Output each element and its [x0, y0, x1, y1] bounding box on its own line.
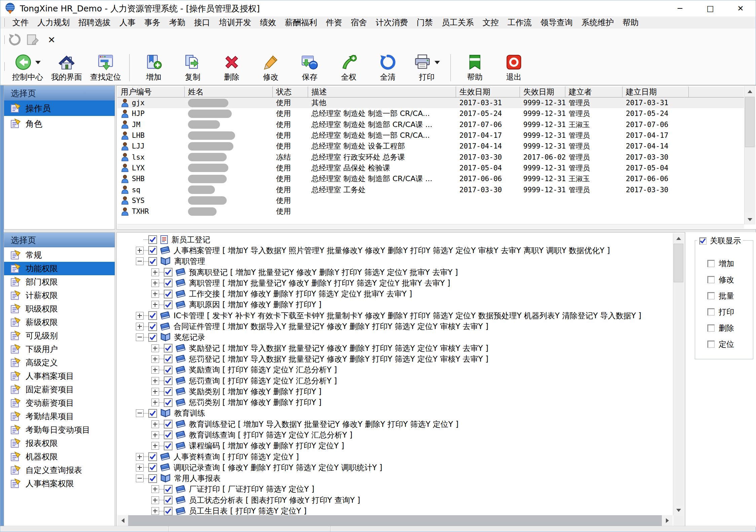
tree-vscrollbar[interactable] — [673, 233, 684, 515]
table-row[interactable]: SHB使用总经理室 制造处 制造部 CR/CA课 ...2017-06-0699… — [117, 173, 744, 184]
tree-checkbox[interactable] — [148, 474, 157, 483]
toolbar-button-print[interactable]: 打印 — [407, 51, 446, 82]
tree-row[interactable]: 员工生日表 [ 打印Y 筛选Y 定位Y ] — [117, 505, 673, 515]
expand-icon[interactable] — [151, 485, 159, 493]
dropdown-arrow-icon[interactable] — [434, 61, 440, 67]
sidebar-item[interactable]: 变动薪资项目 — [4, 396, 115, 410]
toolbar-button-exit[interactable]: 退出 — [494, 51, 533, 82]
tree-row[interactable]: 惩罚类别 [ 增加Y 修改Y 删除Y 打印Y ] — [117, 397, 673, 408]
menu-item[interactable]: 系统维护 — [577, 16, 618, 29]
expand-icon[interactable] — [151, 344, 159, 352]
tree-row[interactable]: IC卡管理 [ 发卡Y 补卡Y 有效卡下载至卡钟Y 批量制卡Y 修改Y 删除Y … — [117, 310, 673, 321]
toolbar-button-grant-all[interactable]: 全权 — [329, 51, 368, 82]
table-vscrollbar[interactable] — [744, 86, 755, 224]
collapse-icon[interactable] — [136, 333, 144, 341]
tree-checkbox[interactable] — [148, 246, 157, 255]
tree-row[interactable]: 离职管理 [ 增加Y 批量登记Y 修改Y 删除Y 打印Y 筛选Y 定位Y 批审Y… — [117, 278, 673, 288]
table-row[interactable]: lsx冻结总经理室 行政安环处 总务课2017-03-302017-06-02.… — [117, 152, 744, 162]
tree-checkbox[interactable] — [164, 279, 173, 287]
expand-icon[interactable] — [136, 464, 144, 472]
collapse-icon[interactable] — [136, 257, 144, 265]
sidebar-item[interactable]: 高级定义 — [4, 356, 115, 369]
collapse-icon[interactable] — [136, 409, 144, 417]
sidebar-item[interactable]: 自定义查询报表 — [4, 463, 115, 477]
expand-icon[interactable] — [151, 388, 159, 396]
scrollbar-thumb[interactable] — [745, 97, 755, 147]
dropdown-arrow-icon[interactable] — [35, 61, 41, 67]
menu-item[interactable]: 培训开发 — [215, 16, 256, 29]
option-checkbox[interactable] — [707, 276, 715, 283]
sidebar-item[interactable]: 职级权限 — [4, 302, 115, 316]
tree-row[interactable]: 惩罚登记 [ 增加Y 导入数据Y 批量登记Y 修改Y 删除Y 打印Y 筛选Y 定… — [117, 354, 673, 364]
tree-row[interactable]: 奖励登记 [ 增加Y 导入数据Y 批量登记Y 修改Y 删除Y 打印Y 筛选Y 定… — [117, 343, 673, 354]
scrollbar-thumb[interactable] — [674, 244, 683, 282]
menu-item[interactable]: 帮助 — [618, 16, 643, 29]
menu-item[interactable]: 领导查询 — [536, 16, 577, 29]
expand-icon[interactable] — [151, 279, 159, 287]
expand-icon[interactable] — [151, 399, 159, 406]
expand-icon[interactable] — [151, 269, 159, 276]
close-button[interactable]: ✕ — [725, 0, 756, 16]
tree-checkbox[interactable] — [148, 333, 157, 342]
tree-row[interactable]: 预离职登记 [ 增加Y 批量登记Y 修改Y 删除Y 打印Y 筛选Y 定位Y 批审… — [117, 267, 673, 278]
link-display-option[interactable]: 修改 — [707, 272, 751, 288]
tree-row[interactable]: 工作交接 [ 增加Y 修改Y 删除Y 打印Y 筛选Y 定位Y 批审Y 去审Y ] — [117, 288, 673, 299]
tree-checkbox[interactable] — [164, 442, 173, 450]
tree-checkbox[interactable] — [164, 344, 173, 353]
tree-checkbox[interactable] — [148, 452, 157, 461]
menu-item[interactable]: 人事 — [115, 16, 140, 29]
menu-item[interactable]: 事务 — [140, 16, 165, 29]
option-checkbox[interactable] — [707, 324, 715, 332]
tree-checkbox[interactable] — [164, 485, 173, 494]
tree-checkbox[interactable] — [164, 366, 173, 374]
option-checkbox[interactable] — [707, 340, 715, 348]
tree-row[interactable]: 课程编码 [ 增加Y 修改Y 删除Y 打印Y 定位Y ] — [117, 441, 673, 451]
sidebar-item[interactable]: 常规 — [4, 248, 115, 262]
link-display-option[interactable]: 定位 — [707, 336, 751, 352]
link-display-option[interactable]: 批量 — [707, 288, 751, 304]
maximize-button[interactable]: □ — [695, 0, 725, 16]
menu-item[interactable]: 薪酬福利 — [280, 16, 322, 29]
tree-row[interactable]: 教育训练查询 [ 打印Y 筛选Y 定位Y 汇总分析Y ] — [117, 429, 673, 440]
tree-checkbox[interactable] — [164, 355, 173, 363]
tree-row[interactable]: 离职管理 — [117, 256, 673, 267]
tree-hscrollbar[interactable] — [117, 515, 673, 526]
table-row[interactable]: LHB使用总经理室 制造处 制造一部 CR/CA...2017-04-17999… — [117, 130, 744, 141]
sidebar-item[interactable]: 考勤结果项目 — [4, 410, 115, 423]
tree-checkbox[interactable] — [148, 322, 157, 331]
menu-item[interactable]: 绩效 — [256, 16, 280, 29]
table-row[interactable]: LYX使用总经理室 品保处 检验课2017-05-049999-12-31管理员… — [117, 163, 744, 173]
column-header[interactable]: 生效日期 — [456, 86, 520, 97]
collapse-icon[interactable] — [136, 475, 144, 482]
tree-checkbox[interactable] — [164, 496, 173, 504]
expand-icon[interactable] — [136, 312, 144, 320]
sidebar-item[interactable]: 固定薪资项目 — [4, 383, 115, 396]
sidebar-item[interactable]: 考勤每日变动项目 — [4, 423, 115, 437]
expand-icon[interactable] — [151, 355, 159, 363]
toolbar-button-add[interactable]: 增加 — [134, 51, 173, 82]
close-view-button[interactable]: ✕ — [48, 35, 55, 45]
link-display-option[interactable]: 打印 — [707, 304, 751, 320]
tree-row[interactable]: 教育训练登记 [ 增加Y 导入数据Y 批量登记Y 修改Y 删除Y 打印Y 筛选Y… — [117, 419, 673, 429]
menu-item[interactable]: 门禁 — [412, 16, 437, 29]
table-row[interactable]: LJJ使用总经理室 制造处 设备工程部2017-04-149999-12-31管… — [117, 141, 744, 152]
table-row[interactable]: HJP使用总经理室 制造处 制造一部 CR/CA...2017-05-24999… — [117, 108, 744, 119]
tree-row[interactable]: 离职原因 [ 增加Y 修改Y 删除Y 打印Y ] — [117, 299, 673, 310]
option-checkbox[interactable] — [707, 308, 715, 316]
table-row[interactable]: JM使用总经理室 制造处 制造部 CR/CA课 ...2017-07-06999… — [117, 119, 744, 130]
expand-icon[interactable] — [151, 366, 159, 374]
tree-checkbox[interactable] — [164, 431, 173, 439]
menu-item[interactable]: 接口 — [190, 16, 215, 29]
column-header[interactable]: 状态 — [273, 86, 308, 97]
tree-checkbox[interactable] — [164, 398, 173, 407]
expand-icon[interactable] — [136, 453, 144, 461]
expand-icon[interactable] — [151, 507, 159, 515]
tree-row[interactable]: 人事资料查询 [ 打印Y 筛选Y 定位Y ] — [117, 451, 673, 462]
tree-row[interactable]: 合同证件管理 [ 增加Y 数据导入Y 批量登记Y 修改Y 删除Y 打印Y 筛选Y… — [117, 321, 673, 332]
expand-icon[interactable] — [151, 301, 159, 309]
table-row[interactable]: TXHR使用 — [117, 206, 744, 217]
tree-checkbox[interactable] — [148, 409, 157, 418]
menu-item[interactable]: 人力规划 — [33, 16, 74, 29]
tree-checkbox[interactable] — [164, 387, 173, 396]
menu-item[interactable]: 计次消费 — [371, 16, 412, 29]
